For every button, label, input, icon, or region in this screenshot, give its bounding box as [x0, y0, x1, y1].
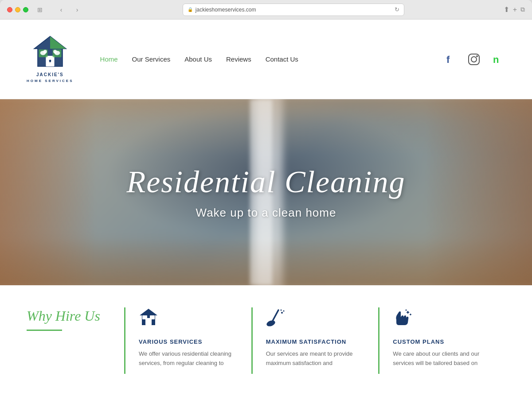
browser-actions: ⬆ + ⧉ — [504, 5, 525, 14]
svg-point-7 — [43, 50, 47, 54]
nav-about[interactable]: About Us — [184, 55, 212, 63]
logo-svg — [32, 35, 68, 70]
hero-subtitle: Wake up to a clean home — [126, 206, 405, 220]
logo-name: JACKIE'S HOME SERVICES — [27, 72, 74, 83]
close-button[interactable] — [7, 7, 12, 12]
service-item-custom: CUSTOM PLANS We care about our clients a… — [378, 307, 505, 374]
nav-contact[interactable]: Contact Us — [266, 55, 298, 63]
hand-sparkle-icon — [393, 307, 492, 331]
service-title-various: VARIOUS SERVICES — [139, 338, 238, 345]
why-hire-title: Why Hire Us — [27, 307, 111, 324]
svg-rect-20 — [142, 315, 147, 319]
svg-point-31 — [406, 310, 407, 311]
tabs-icon[interactable]: ⧉ — [520, 6, 525, 13]
service-title-satisfaction: MAXIMUM SATISFACTION — [266, 338, 365, 345]
new-tab-icon[interactable]: + — [513, 6, 517, 14]
services-section: Why Hire Us VARIOUS SERVICES W — [0, 285, 532, 387]
nav-controls: ‹ › — [55, 5, 83, 14]
minimize-button[interactable] — [15, 7, 20, 12]
url-text: jackieshomeservices.com — [196, 7, 256, 13]
services-grid: VARIOUS SERVICES We offer various reside… — [124, 307, 505, 374]
svg-point-15 — [471, 57, 477, 62]
svg-point-26 — [280, 310, 282, 311]
reload-icon[interactable]: ↻ — [395, 6, 399, 13]
svg-rect-11 — [49, 61, 51, 62]
svg-point-16 — [476, 55, 478, 57]
service-item-satisfaction: MAXIMUM SATISFACTION Our services are me… — [251, 307, 379, 374]
svg-point-23 — [266, 319, 276, 327]
instagram-icon[interactable] — [466, 52, 481, 67]
svg-rect-21 — [150, 315, 155, 319]
lock-icon: 🔒 — [188, 7, 193, 12]
facebook-icon[interactable]: f — [442, 52, 458, 67]
svg-point-25 — [283, 311, 284, 312]
share-icon[interactable]: ⬆ — [504, 5, 509, 14]
service-item-various: VARIOUS SERVICES We offer various reside… — [124, 307, 251, 374]
broom-icon — [266, 307, 365, 331]
service-title-custom: CUSTOM PLANS — [393, 338, 492, 345]
logo[interactable]: JACKIE'S HOME SERVICES — [27, 35, 74, 83]
svg-text:n: n — [493, 54, 499, 65]
nav-home[interactable]: Home — [100, 55, 118, 63]
navbar: JACKIE'S HOME SERVICES Home Our Services… — [0, 19, 532, 99]
hero-content: Residential Cleaning Wake up to a clean … — [126, 165, 405, 220]
svg-point-24 — [281, 312, 283, 314]
hero-section: Residential Cleaning Wake up to a clean … — [0, 99, 532, 285]
grid-view-button[interactable]: ⊞ — [34, 5, 46, 14]
browser-titlebar: ⊞ ‹ › 🔒 jackieshomeservices.com ↻ ⬆ + ⧉ — [0, 0, 532, 19]
svg-point-9 — [53, 50, 57, 54]
house-icon — [139, 307, 238, 331]
nav-services[interactable]: Our Services — [132, 55, 171, 63]
back-button[interactable]: ‹ — [55, 5, 67, 14]
why-underline — [27, 330, 62, 331]
svg-rect-12 — [444, 53, 456, 66]
address-bar[interactable]: 🔒 jackieshomeservices.com ↻ — [183, 4, 404, 16]
website-content: JACKIE'S HOME SERVICES Home Our Services… — [0, 19, 532, 396]
service-desc-custom: We care about our clients and our servic… — [393, 349, 492, 368]
hero-title: Residential Cleaning — [126, 165, 405, 199]
svg-text:f: f — [446, 54, 450, 65]
browser-window: ⊞ ‹ › 🔒 jackieshomeservices.com ↻ ⬆ + ⧉ — [0, 0, 532, 396]
service-desc-various: We offer various residential cleaning se… — [139, 349, 238, 368]
forward-button[interactable]: › — [71, 5, 83, 14]
nextdoor-icon[interactable]: n — [490, 52, 505, 67]
social-icons: f n — [442, 52, 505, 67]
svg-line-22 — [272, 310, 278, 322]
nav-links: Home Our Services About Us Reviews Conta… — [100, 55, 442, 63]
why-hire-us: Why Hire Us — [27, 307, 124, 331]
maximize-button[interactable] — [23, 7, 28, 12]
traffic-lights — [7, 7, 28, 12]
nav-reviews[interactable]: Reviews — [226, 55, 251, 63]
service-desc-satisfaction: Our services are meant to provide maximu… — [266, 349, 365, 368]
